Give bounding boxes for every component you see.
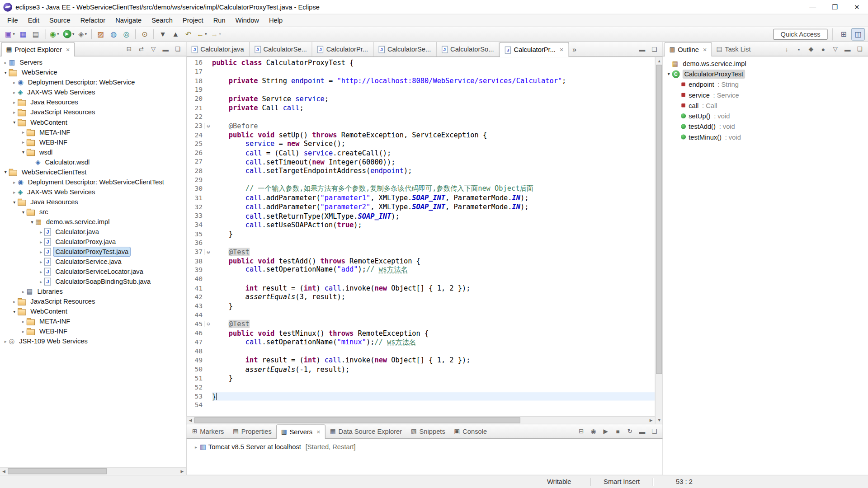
outline-item-service[interactable]: service : Service [663,89,868,100]
tree-item-webcontent[interactable]: ▾WebContent [0,117,186,127]
code-line-38[interactable]: 38 public void testAdd() throws RemoteEx… [187,257,655,266]
open-perspective-button[interactable]: ⊞ [837,28,850,40]
tree-item-calculatorproxy-java[interactable]: ▸JCalculatorProxy.java [0,237,186,247]
code-line-51[interactable]: 51 } [187,374,655,383]
code-line-53[interactable]: 53} [187,392,655,401]
code-line-25[interactable]: 25 service = new Service(); [187,139,655,148]
outline-item-calculatorproxytest[interactable]: ▾CCalculatorProxyTest [663,69,868,79]
dropdown-arrow-icon[interactable]: ▾ [57,32,59,36]
quick-access-box[interactable]: Quick Access [774,28,828,39]
tree-item-calculatorsoapbindingstub-java[interactable]: ▸JCalculatorSoapBindingStub.java [0,277,186,286]
code-line-33[interactable]: 33 call.setReturnType(XMLType.SOAP_INT); [187,211,655,221]
external-tools-button[interactable]: ◈▾ [76,28,89,40]
code-line-17[interactable]: 17 [187,67,655,76]
code-line-34[interactable]: 34 call.setUseSOAPAction(true); [187,221,655,230]
tree-item-calculator-wsdl[interactable]: ◈Calculator.wsdl [0,157,186,167]
tree-item-javascript-resources[interactable]: ▸JavaScript Resources [0,296,186,306]
tree-item-wsdl[interactable]: ▾wsdl [0,147,186,157]
search-button[interactable]: ⊙ [138,28,151,40]
editor-tab-calculatorpr[interactable]: JCalculatorPr...✕ [500,42,569,57]
twisty-icon[interactable]: ▸ [38,230,44,235]
tree-item-webserviceclienttest[interactable]: ▾WebServiceClientTest [0,167,186,177]
tree-item-libraries[interactable]: ▸▤Libraries [0,286,186,296]
outline-item-setup[interactable]: setUp() : void [663,111,868,121]
editor-tab-calculatorso[interactable]: JCalculatorSo... [437,42,500,56]
twisty-icon[interactable]: ▾ [2,169,9,174]
tree-item-meta-inf[interactable]: ▸META-INF [0,316,186,326]
maximize-editor-icon[interactable]: ❏ [649,44,659,54]
code-line-23[interactable]: 23⊖ @Before [187,121,655,130]
minimize-window-button[interactable]: — [802,0,824,14]
menu-navigate[interactable]: Navigate [110,15,146,25]
dropdown-arrow-icon[interactable]: ▾ [85,32,87,36]
twisty-icon[interactable]: ▸ [38,249,44,254]
back-button[interactable]: ←▾ [195,28,208,40]
twisty-icon[interactable]: ▾ [11,309,18,314]
twisty-icon[interactable]: ▸ [192,445,200,450]
minimize-icon[interactable]: ▬ [160,44,170,54]
twisty-icon[interactable]: ▾ [2,70,9,75]
tree-item-calculatorproxytest-java[interactable]: ▸JCalculatorProxyTest.java [0,247,186,257]
close-icon[interactable]: ✕ [703,47,707,52]
maximize-icon[interactable]: ❏ [649,426,659,436]
code-line-49[interactable]: 49 int result = (int) call.invoke(new Ob… [187,356,655,365]
collapse-all-icon[interactable]: ⊟ [124,44,134,54]
fold-collapse-icon[interactable]: ⊖ [204,321,212,327]
menu-search[interactable]: Search [146,15,178,25]
editor-tab-calculatorpr[interactable]: JCalculatorPr... [312,42,373,56]
tree-item-javascript-resources[interactable]: ▸JavaScript Resources [0,108,186,117]
menu-source[interactable]: Source [44,15,75,25]
scroll-left-icon[interactable]: ◀ [0,468,8,475]
tree-item-deployment-descriptor-webservice[interactable]: ▸◉Deployment Descriptor: WebService [0,77,186,87]
twisty-icon[interactable]: ▸ [11,90,18,95]
code-editor[interactable]: 16public class CalculatorProxyTest {1718… [187,57,655,416]
outline-item-endpoint[interactable]: endpoint : String [663,79,868,89]
view-tab-snippets[interactable]: ▧Snippets [406,424,450,438]
tree-item-webservice[interactable]: ▾WebService [0,67,186,77]
code-line-48[interactable]: 48 [187,347,655,356]
twisty-icon[interactable]: ▸ [20,140,27,145]
hide-static-members-icon[interactable]: ◆ [806,44,816,54]
fold-collapse-icon[interactable]: ⊖ [204,122,212,128]
tree-item-java-resources[interactable]: ▸Java Resources [0,98,186,108]
twisty-icon[interactable]: ▾ [665,71,672,76]
twisty-icon[interactable]: ▸ [38,269,44,274]
maximize-icon[interactable]: ❏ [855,44,865,54]
sort-icon[interactable]: ↓ [782,44,792,54]
tree-item-java-resources[interactable]: ▾Java Resources [0,197,186,207]
code-line-45[interactable]: 45⊖ @Test [187,319,655,328]
dropdown-arrow-icon[interactable]: ▾ [205,32,207,36]
restore-window-button[interactable]: ❐ [824,0,846,14]
save-button[interactable]: ▦ [17,28,29,40]
outline-item-testadd[interactable]: testAdd() : void [663,121,868,131]
next-annotation-button[interactable]: ▼ [157,28,169,40]
twisty-icon[interactable]: ▸ [20,289,27,294]
start-server-icon[interactable]: ▶ [601,426,611,436]
view-tab-data-source-explorer[interactable]: ▦Data Source Explorer [326,424,406,438]
view-tab-properties[interactable]: ▤Properties [228,424,276,438]
code-line-28[interactable]: 28 call.setTargetEndpointAddress(endpoin… [187,166,655,175]
code-line-39[interactable]: 39 call.setOperationName("add");// ws方法名 [187,266,655,275]
new-wizard-button[interactable]: ▣▾ [3,28,16,40]
code-line-32[interactable]: 32 call.addParameter("parameter2", XMLTy… [187,202,655,211]
twisty-icon[interactable]: ▸ [11,299,18,304]
code-line-21[interactable]: 21 private Call call; [187,103,655,112]
editor-tab-calculatorse[interactable]: JCalculatorSe... [250,42,312,56]
editor-tab-calculatorse[interactable]: JCalculatorSe... [373,42,436,56]
code-line-54[interactable]: 54 [187,401,655,410]
minimize-editor-icon[interactable]: ▬ [637,44,647,54]
code-line-24[interactable]: 24 public void setUp() throws RemoteExce… [187,130,655,139]
new-java-project-button[interactable]: ▨ [95,28,107,40]
dropdown-arrow-icon[interactable]: ▾ [72,32,74,36]
tab-overflow-icon[interactable]: » [569,45,580,53]
scroll-right-icon[interactable]: ▶ [647,417,655,424]
tree-item-calculatorservicelocator-java[interactable]: ▸JCalculatorServiceLocator.java [0,267,186,277]
code-line-47[interactable]: 47 call.setOperationName("minux");// ws方… [187,338,655,347]
twisty-icon[interactable]: ▸ [38,259,44,264]
tree-item-servers[interactable]: ▸▥Servers [0,57,186,67]
close-icon[interactable]: ✕ [559,47,563,52]
java-ee-perspective-button[interactable]: ◫ [851,28,864,40]
code-line-30[interactable]: 30 // 一个输入参数,如果方法有多个参数,复制多条该代码即可,参数传入下面n… [187,184,655,193]
tree-item-web-inf[interactable]: ▸WEB-INF [0,326,186,336]
tree-item-jsr-109-web-services[interactable]: ▸◎JSR-109 Web Services [0,336,186,346]
